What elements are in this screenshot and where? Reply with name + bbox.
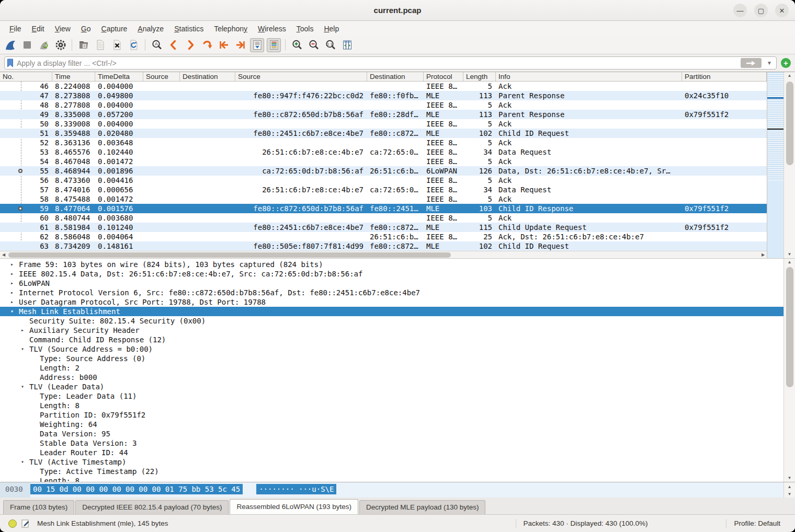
detail-line[interactable]: ▸ User Datagram Protocol, Src Port: 1978… [0, 297, 783, 307]
packet-row[interactable]: 46 8.224008 0.004000 IEEE 8… 5 Ack [0, 82, 767, 91]
column-header[interactable]: Length [463, 72, 496, 81]
capture-stop-icon[interactable] [20, 38, 34, 52]
go-first-icon[interactable] [217, 38, 231, 52]
packet-row[interactable]: 60 8.480744 0.003680 IEEE 8… 5 Ack [0, 213, 767, 223]
scroll-up-arrow[interactable]: ▲ [788, 72, 792, 79]
expander-icon[interactable]: ▸ [21, 326, 29, 335]
menu-item[interactable]: View [50, 23, 76, 34]
add-filter-button[interactable]: + [781, 58, 791, 68]
scroll-down-arrow[interactable]: ▼ [788, 251, 792, 258]
detail-line[interactable]: ▸ IEEE 802.15.4 Data, Dst: 26:51:c6:b7:e… [0, 269, 783, 279]
expander-icon[interactable] [31, 410, 40, 420]
vscroll-thumb[interactable] [786, 267, 793, 387]
save-file-icon[interactable] [93, 38, 107, 52]
detail-line[interactable]: Address: b000 [0, 373, 783, 382]
expander-icon[interactable] [31, 391, 40, 401]
packet-row[interactable]: 62 8.586048 0.004064 26:51:c6:b… IEEE 8…… [0, 232, 767, 241]
detail-line[interactable]: Length: 2 [0, 363, 783, 373]
column-header[interactable]: Destination [180, 72, 235, 81]
packet-row[interactable]: 50 8.339008 0.004000 IEEE 8… 5 Ack [0, 119, 767, 129]
zoom-out-icon[interactable] [306, 38, 321, 52]
expander-icon[interactable] [31, 363, 40, 373]
reload-file-icon[interactable] [127, 38, 141, 52]
expander-icon[interactable]: ▸ [10, 269, 19, 279]
scroll-up-arrow[interactable]: ▲ [788, 259, 792, 266]
menu-item[interactable]: Go [76, 23, 96, 34]
menu-item[interactable]: Wireless [253, 23, 291, 34]
packet-row[interactable]: 59 8.477064 0.001576 fe80::c872:650d:b7b… [0, 204, 767, 213]
zoom-original-icon[interactable]: 1:1 [323, 38, 337, 52]
close-button[interactable]: ✕ [775, 4, 789, 17]
details-vscrollbar[interactable]: ▲ ▼ [783, 259, 795, 482]
packet-list-vscrollbar[interactable]: ▲ ▼ [783, 72, 795, 258]
menu-item[interactable]: Edit [27, 23, 50, 34]
vscroll-thumb[interactable] [786, 82, 793, 165]
detail-line[interactable]: Command: Child ID Response (12) [0, 335, 783, 344]
colorize-icon[interactable] [267, 38, 281, 52]
expander-icon[interactable] [31, 373, 40, 382]
bookmark-icon[interactable] [7, 59, 14, 67]
go-to-packet-icon[interactable] [200, 38, 214, 52]
close-file-icon[interactable] [110, 38, 124, 52]
packet-row[interactable]: 51 8.359488 0.020480 fe80::2451:c6b7:e8c… [0, 129, 767, 138]
detail-line[interactable]: Leader Router ID: 44 [0, 448, 783, 457]
menu-item[interactable]: Help [319, 23, 344, 34]
byte-view-tab[interactable]: Decrypted MLE payload (130 bytes) [359, 500, 485, 514]
column-header[interactable]: Source [143, 72, 180, 81]
detail-line[interactable]: Partition ID: 0x79f551f2 [0, 410, 783, 420]
expander-icon[interactable] [31, 401, 40, 410]
expander-icon[interactable] [31, 420, 40, 429]
capture-comment-icon[interactable] [21, 519, 30, 528]
hex-bytes-selected[interactable]: 00 15 0d 00 00 00 00 00 00 00 01 75 bb 5… [30, 484, 243, 494]
capture-options-icon[interactable] [53, 38, 67, 52]
menu-item[interactable]: Tools [291, 23, 319, 34]
expander-icon[interactable] [31, 354, 40, 363]
packet-row[interactable]: 54 8.467048 0.001472 IEEE 8… 5 Ack [0, 157, 767, 166]
auto-scroll-icon[interactable] [250, 38, 264, 52]
packet-row[interactable]: 48 8.277808 0.004000 IEEE 8… 5 Ack [0, 100, 767, 110]
hex-vscrollbar[interactable]: ▲ ▼ [783, 482, 795, 498]
scroll-down-arrow[interactable]: ▼ [788, 475, 792, 482]
scroll-left-arrow[interactable]: ◀ [0, 252, 7, 257]
hex-row[interactable]: 0030 00 15 0d 00 00 00 00 00 00 00 01 75… [0, 484, 783, 494]
find-packet-icon[interactable]: A [150, 38, 164, 52]
expander-icon[interactable]: ▸ [10, 297, 19, 307]
column-header[interactable]: Source [235, 72, 367, 81]
zoom-in-icon[interactable] [290, 38, 304, 52]
packet-minimap[interactable] [767, 72, 783, 258]
wireshark-start-icon[interactable] [3, 38, 17, 52]
expander-icon[interactable] [31, 467, 40, 476]
detail-line[interactable]: ▸ Auxiliary Security Header [0, 326, 783, 335]
packet-row[interactable]: 57 8.474016 0.000656 26:51:c6:b7:e8:ce:4… [0, 185, 767, 194]
display-filter-input[interactable]: Apply a display filter ... <Ctrl-/> ▼ [4, 56, 777, 70]
expander-icon[interactable] [31, 476, 40, 482]
byte-view-tab[interactable]: Decrypted IEEE 802.15.4 payload (70 byte… [75, 500, 229, 514]
packet-row[interactable]: 63 8.734209 0.148161 fe80::505e:f807:7f8… [0, 241, 767, 251]
expander-icon[interactable]: ▾ [21, 457, 29, 467]
maximize-button[interactable]: ▢ [754, 4, 768, 17]
expander-icon[interactable]: ▸ [10, 260, 19, 269]
packet-row[interactable]: 56 8.473360 0.004416 IEEE 8… 5 Ack [0, 176, 767, 185]
column-header[interactable]: Time [52, 72, 95, 81]
column-header[interactable]: Protocol [424, 72, 463, 81]
detail-line[interactable]: Data Version: 95 [0, 429, 783, 438]
expander-icon[interactable] [31, 448, 40, 457]
column-header[interactable]: TimeDelta [95, 72, 143, 81]
expander-icon[interactable]: ▾ [21, 382, 29, 391]
detail-line[interactable]: Stable Data Version: 3 [0, 438, 783, 448]
packet-list-hscrollbar[interactable]: ◀ ▶ [0, 251, 767, 258]
column-header[interactable]: No. [0, 72, 52, 81]
menu-item[interactable]: Analyze [132, 23, 169, 34]
expander-icon[interactable]: ▾ [21, 344, 29, 354]
expander-icon[interactable]: ▸ [10, 288, 19, 297]
status-profile[interactable]: Profile: Default [726, 519, 780, 527]
packet-row[interactable]: 55 8.468944 0.001896 ca:72:65:0d:b7:b8:5… [0, 166, 767, 176]
detail-line[interactable]: Length: 8 [0, 401, 783, 410]
packet-row[interactable]: 53 8.465576 0.102440 26:51:c6:b7:e8:ce:4… [0, 147, 767, 157]
menu-item[interactable]: Capture [96, 23, 133, 34]
detail-line[interactable]: Type: Leader Data (11) [0, 391, 783, 401]
packet-row[interactable]: 61 8.581984 0.101240 fe80::2451:c6b7:e8c… [0, 223, 767, 232]
hex-ascii-selected[interactable]: ········ ···u·S\E [256, 484, 336, 494]
capture-restart-icon[interactable] [37, 38, 51, 52]
filter-dropdown-caret[interactable]: ▼ [765, 60, 774, 66]
